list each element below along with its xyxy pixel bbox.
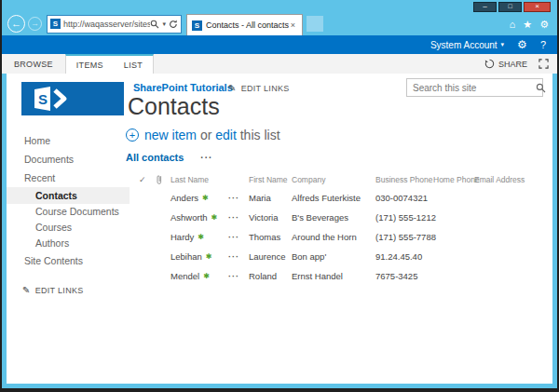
table-row[interactable]: Lebihan✱ ··· Laurence Bon app' 91.24.45.…: [139, 247, 530, 266]
table-row[interactable]: Anders✱ ··· Maria Alfreds Futerkiste 030…: [139, 188, 530, 208]
column-header-company[interactable]: Company: [292, 175, 375, 184]
current-view-link[interactable]: All contacts: [126, 152, 184, 163]
sharepoint-logo[interactable]: S: [21, 82, 124, 115]
sidebar-item-site-contents[interactable]: Site Contents: [7, 251, 130, 270]
sidebar-item-authors[interactable]: Authors: [7, 236, 130, 251]
table-row[interactable]: Hardy✱ ··· Thomas Around the Horn (171) …: [139, 227, 530, 247]
new-item-badge-icon: ✱: [198, 234, 204, 241]
company-cell: Ernst Handel: [292, 271, 375, 281]
select-all-check-icon[interactable]: ✓: [139, 175, 156, 184]
item-menu-ellipsis[interactable]: ···: [228, 272, 249, 281]
sidebar-item-home[interactable]: Home: [7, 131, 130, 150]
item-menu-ellipsis[interactable]: ···: [228, 233, 249, 242]
sidebar-item-recent[interactable]: Recent: [7, 169, 130, 187]
item-menu-ellipsis[interactable]: ···: [228, 213, 249, 223]
first-name-cell: Laurence: [249, 251, 292, 262]
last-name-cell[interactable]: Lebihan: [170, 251, 202, 262]
column-header-email-address[interactable]: Email Address: [474, 175, 530, 184]
new-item-badge-icon: ✱: [203, 273, 210, 280]
new-item-link[interactable]: new item: [144, 128, 197, 142]
refresh-icon[interactable]: [169, 20, 178, 29]
last-name-cell[interactable]: Mendel: [170, 271, 199, 281]
business-phone-cell: 7675-3425: [375, 271, 433, 281]
company-cell: Around the Horn: [292, 232, 375, 242]
url-text[interactable]: http://waqasserver/sites/dem: [63, 20, 150, 29]
address-dropdown-icon[interactable]: ▾: [162, 20, 166, 28]
table-header-row: ✓ Last Name First Name Company Business …: [139, 171, 530, 188]
last-name-cell[interactable]: Anders: [170, 193, 198, 203]
first-name-cell: Victoria: [249, 212, 292, 223]
tab-favicon-icon: S: [192, 20, 202, 31]
sidebar-item-documents[interactable]: Documents: [7, 150, 130, 169]
table-row[interactable]: Mendel✱ ··· Roland Ernst Handel 7675-342…: [139, 266, 530, 286]
account-caret-icon: ▾: [501, 41, 505, 48]
address-search-icon[interactable]: [150, 20, 159, 29]
tools-gear-icon[interactable]: ⚙: [539, 19, 549, 29]
close-button[interactable]: ×: [524, 2, 551, 12]
business-phone-cell: 030-0074321: [375, 193, 433, 203]
forward-button[interactable]: →: [28, 17, 42, 31]
search-input[interactable]: [413, 83, 536, 93]
suite-bar: System Account ▾ ⚙ ?: [2, 35, 557, 54]
minimize-button[interactable]: –: [473, 2, 497, 12]
column-header-business-phone[interactable]: Business Phone: [375, 175, 433, 184]
tab-browse[interactable]: BROWSE: [2, 54, 65, 74]
settings-gear-icon[interactable]: ⚙: [517, 39, 527, 50]
tab-close-icon[interactable]: ×: [289, 20, 297, 30]
or-text: or: [197, 128, 215, 142]
address-bar[interactable]: S http://waqasserver/sites/dem ▾: [47, 15, 182, 34]
favorites-star-icon[interactable]: ★: [523, 19, 532, 29]
svg-text:S: S: [38, 91, 48, 107]
home-icon[interactable]: ⌂: [510, 19, 516, 29]
tab-title: Contacts - All contacts: [206, 20, 289, 30]
browser-window: – □ × ← → S http://waqasserver/sites/dem…: [2, 0, 557, 388]
business-phone-cell: (171) 555-7788: [375, 232, 433, 242]
window-titlebar: – □ ×: [2, 0, 557, 12]
share-button[interactable]: SHARE: [484, 59, 527, 69]
sidebar-item-course-documents[interactable]: Course Documents: [7, 204, 130, 220]
column-header-home-phone[interactable]: Home Phone: [433, 175, 474, 184]
plus-circle-icon[interactable]: +: [126, 128, 139, 142]
contacts-table: ✓ Last Name First Name Company Business …: [139, 171, 530, 286]
column-header-last-name[interactable]: Last Name: [170, 175, 228, 184]
maximize-button[interactable]: □: [498, 2, 522, 12]
attachment-column-icon[interactable]: [156, 174, 170, 185]
last-name-cell[interactable]: Ashworth: [170, 212, 208, 223]
edit-links-sidebar[interactable]: ✎ EDIT LINKS: [7, 285, 130, 295]
new-item-badge-icon: ✱: [211, 214, 218, 222]
view-selector-row: All contacts ···: [126, 152, 530, 163]
page-title: Contacts: [128, 93, 220, 120]
site-title-link[interactable]: SharePoint Tutorials: [133, 82, 233, 93]
company-cell: Alfreds Futerkiste: [292, 193, 375, 203]
help-icon[interactable]: ?: [540, 39, 546, 50]
back-button[interactable]: ←: [7, 15, 25, 33]
new-tab-button[interactable]: [307, 16, 323, 32]
tab-items[interactable]: ITEMS: [66, 56, 114, 74]
first-name-cell: Thomas: [249, 232, 292, 242]
edit-links-label: EDIT LINKS: [35, 286, 84, 295]
focus-mode-icon[interactable]: [539, 59, 549, 69]
search-icon[interactable]: [536, 83, 546, 93]
account-menu[interactable]: System Account ▾: [430, 40, 504, 50]
item-menu-ellipsis[interactable]: ···: [228, 194, 249, 203]
business-phone-cell: 91.24.45.40: [375, 251, 433, 262]
column-header-first-name[interactable]: First Name: [249, 175, 292, 184]
list-commands: + new item or edit this list: [126, 128, 530, 142]
this-list-text: this list: [237, 128, 280, 142]
new-item-badge-icon: ✱: [206, 253, 212, 261]
edit-list-link[interactable]: edit: [215, 128, 237, 142]
edit-links-top[interactable]: ✎ EDIT LINKS: [228, 83, 290, 93]
business-phone-cell: (171) 555-1212: [375, 212, 433, 223]
page-content: S SharePoint Tutorials ✎ EDIT LINKS Cont…: [7, 74, 552, 384]
table-row[interactable]: Ashworth✱ ··· Victoria B's Beverages (17…: [139, 208, 530, 227]
last-name-cell[interactable]: Hardy: [170, 232, 194, 242]
view-ellipsis-menu[interactable]: ···: [200, 153, 212, 163]
item-menu-ellipsis[interactable]: ···: [228, 252, 249, 262]
sidebar-item-contacts[interactable]: Contacts: [7, 187, 130, 204]
sidebar-item-courses[interactable]: Courses: [7, 220, 130, 236]
tab-list[interactable]: LIST: [114, 56, 153, 74]
company-cell: Bon app': [292, 251, 375, 262]
browser-tab[interactable]: S Contacts - All contacts ×: [186, 14, 303, 35]
account-name: System Account: [430, 40, 498, 50]
pencil-icon: ✎: [228, 83, 237, 93]
